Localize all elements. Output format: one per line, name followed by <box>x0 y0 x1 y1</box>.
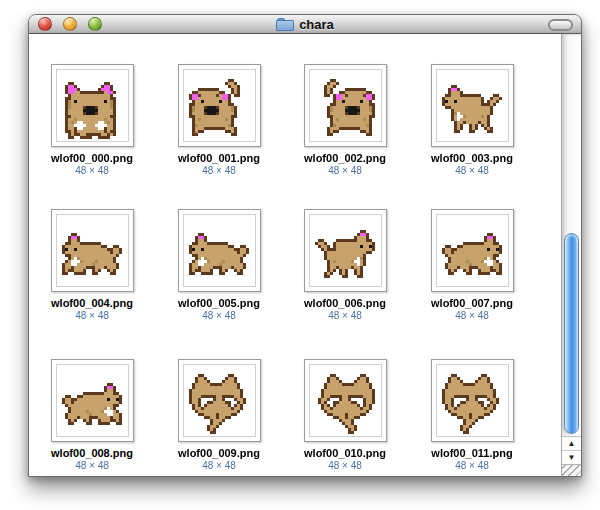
file-item[interactable]: wlof00_007.png 48 × 48 <box>409 209 535 322</box>
file-name: wlof00_007.png <box>409 297 535 310</box>
thumbnail-frame[interactable] <box>51 359 134 442</box>
file-name: wlof00_001.png <box>156 152 282 165</box>
file-item[interactable]: wlof00_003.png 48 × 48 <box>409 64 535 177</box>
wolf-sprite-image <box>186 368 252 434</box>
thumbnail-frame[interactable] <box>178 209 261 292</box>
wolf-sprite-image <box>59 73 125 139</box>
window-title-group: chara <box>276 17 334 32</box>
thumbnail-frame[interactable] <box>431 64 514 147</box>
thumbnail-frame[interactable] <box>51 64 134 147</box>
file-name: wlof00_009.png <box>156 447 282 460</box>
scroll-down-button[interactable]: ▼ <box>562 451 581 465</box>
file-name: wlof00_010.png <box>282 447 408 460</box>
wolf-sprite-image <box>186 218 252 284</box>
thumbnail-frame[interactable] <box>431 359 514 442</box>
wolf-sprite-image <box>59 368 125 434</box>
thumbnail-frame[interactable] <box>51 209 134 292</box>
file-item[interactable]: wlof00_006.png 48 × 48 <box>282 209 408 322</box>
wolf-sprite-image <box>59 218 125 284</box>
wolf-sprite-image <box>186 73 252 139</box>
thumbnail-frame[interactable] <box>431 209 514 292</box>
title-bar[interactable]: chara <box>29 15 581 34</box>
wolf-sprite-image <box>312 218 378 284</box>
thumbnail-frame[interactable] <box>178 359 261 442</box>
file-name: wlof00_005.png <box>156 297 282 310</box>
zoom-button[interactable] <box>88 17 102 31</box>
file-item[interactable]: wlof00_004.png 48 × 48 <box>29 209 155 322</box>
thumbnail-frame[interactable] <box>304 64 387 147</box>
thumbnail-frame[interactable] <box>178 64 261 147</box>
file-dimensions: 48 × 48 <box>156 310 282 322</box>
window-title: chara <box>299 17 334 32</box>
file-dimensions: 48 × 48 <box>282 460 408 472</box>
wolf-sprite-image <box>439 368 505 434</box>
file-dimensions: 48 × 48 <box>282 310 408 322</box>
file-item[interactable]: wlof00_000.png 48 × 48 <box>29 64 155 177</box>
file-name: wlof00_011.png <box>409 447 535 460</box>
window-controls <box>38 15 113 33</box>
scrollbar-arrow-buttons: ▲ ▼ <box>562 436 581 464</box>
file-dimensions: 48 × 48 <box>156 460 282 472</box>
wolf-sprite-image <box>312 368 378 434</box>
icon-view-content: wlof00_000.png 48 × 48 wlof00_001.png 48… <box>29 34 581 476</box>
file-item[interactable]: wlof00_011.png 48 × 48 <box>409 359 535 472</box>
thumbnail-frame[interactable] <box>304 359 387 442</box>
file-name: wlof00_006.png <box>282 297 408 310</box>
file-dimensions: 48 × 48 <box>156 165 282 177</box>
file-item[interactable]: wlof00_009.png 48 × 48 <box>156 359 282 472</box>
file-dimensions: 48 × 48 <box>282 165 408 177</box>
scroll-up-button[interactable]: ▲ <box>562 437 581 451</box>
file-name: wlof00_002.png <box>282 152 408 165</box>
wolf-sprite-image <box>439 218 505 284</box>
icon-grid: wlof00_000.png 48 × 48 wlof00_001.png 48… <box>29 34 561 476</box>
file-item[interactable]: wlof00_001.png 48 × 48 <box>156 64 282 177</box>
resize-grip[interactable] <box>562 464 581 476</box>
file-name: wlof00_004.png <box>29 297 155 310</box>
folder-icon <box>276 18 294 31</box>
file-item[interactable]: wlof00_005.png 48 × 48 <box>156 209 282 322</box>
file-name: wlof00_000.png <box>29 152 155 165</box>
close-button[interactable] <box>38 17 52 31</box>
file-dimensions: 48 × 48 <box>29 460 155 472</box>
minimize-button[interactable] <box>63 17 77 31</box>
file-name: wlof00_008.png <box>29 447 155 460</box>
file-dimensions: 48 × 48 <box>409 310 535 322</box>
file-item[interactable]: wlof00_002.png 48 × 48 <box>282 64 408 177</box>
vertical-scrollbar: ▲ ▼ <box>561 34 581 476</box>
file-dimensions: 48 × 48 <box>29 310 155 322</box>
file-dimensions: 48 × 48 <box>409 165 535 177</box>
scrollbar-thumb[interactable] <box>564 233 579 434</box>
wolf-sprite-image <box>312 73 378 139</box>
finder-window: chara wlof00_000.png 48 × 48 wlof00_001.… <box>28 14 582 477</box>
file-item[interactable]: wlof00_010.png 48 × 48 <box>282 359 408 472</box>
file-dimensions: 48 × 48 <box>409 460 535 472</box>
thumbnail-frame[interactable] <box>304 209 387 292</box>
file-item[interactable]: wlof00_008.png 48 × 48 <box>29 359 155 472</box>
wolf-sprite-image <box>439 73 505 139</box>
toolbar-pill-button[interactable] <box>548 19 573 31</box>
file-name: wlof00_003.png <box>409 152 535 165</box>
file-dimensions: 48 × 48 <box>29 165 155 177</box>
